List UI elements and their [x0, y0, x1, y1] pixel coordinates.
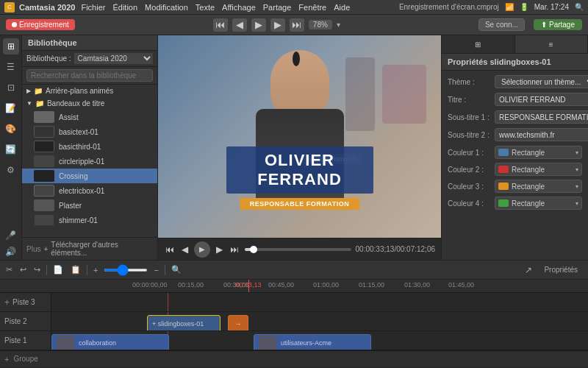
- menu-edition[interactable]: Édition: [112, 3, 137, 12]
- color1-swatch: [498, 149, 509, 156]
- track-clip-slidingboxes[interactable]: + slidingboxes-01: [147, 315, 220, 330]
- tab-properties-icon[interactable]: ⊞: [442, 35, 515, 53]
- clip-label-arrow: →: [235, 320, 242, 328]
- forward-button[interactable]: ▶: [270, 18, 285, 32]
- undo-button[interactable]: ↩: [18, 265, 28, 275]
- item-thumb: [34, 185, 54, 197]
- timecode-display: 00:00:33;13/00:07:12;06: [356, 245, 435, 253]
- record-button[interactable]: Enregistrement: [6, 19, 75, 30]
- sidebar-library-icon[interactable]: ⊞: [3, 38, 19, 54]
- color1-label: Couleur 1 :: [448, 149, 492, 157]
- sidebar-speaker-icon[interactable]: 🔊: [3, 244, 19, 260]
- zoom-slider[interactable]: [104, 269, 148, 272]
- color2-container[interactable]: Rectangle ▾: [495, 163, 582, 176]
- menu-texte[interactable]: Texte: [196, 3, 215, 12]
- list-item[interactable]: circleripple-01: [22, 154, 157, 169]
- chevron-right-icon: ▶: [26, 88, 31, 94]
- redo-button[interactable]: ↪: [32, 265, 42, 275]
- play-button[interactable]: ▶: [251, 18, 266, 32]
- color1-container[interactable]: Rectangle ▾: [495, 146, 582, 159]
- subtitle1-input[interactable]: [495, 110, 588, 124]
- sidebar-icon-3[interactable]: ⊡: [3, 79, 19, 96]
- tab-properties-icon-2[interactable]: ≡: [515, 35, 589, 53]
- track-content-1[interactable]: collaboration utilisateurs-Acme: [51, 331, 588, 350]
- track-content-2[interactable]: + slidingboxes-01 →: [51, 312, 588, 330]
- subtitle1-label: Sous-titre 1 :: [448, 113, 492, 121]
- track-clip-arrow[interactable]: →: [228, 315, 248, 330]
- library-search-input[interactable]: [26, 69, 153, 82]
- list-item[interactable]: basicthird-01: [22, 139, 157, 154]
- prev-frame-button[interactable]: ◀: [180, 244, 190, 255]
- track-clip-collaboration[interactable]: collaboration: [51, 334, 169, 350]
- progress-bar[interactable]: [245, 248, 351, 251]
- list-item[interactable]: shimmer-01: [22, 213, 157, 227]
- sidebar-icon-5[interactable]: 🎨: [3, 121, 19, 137]
- properties-timeline-btn[interactable]: Propriétés: [538, 264, 584, 275]
- zoom-in-button[interactable]: +: [92, 266, 99, 275]
- sidebar-icon-2[interactable]: ☰: [3, 59, 19, 75]
- next-frame-button[interactable]: ▶: [215, 244, 224, 255]
- timecode-total: 00:07:12;06: [396, 245, 435, 253]
- list-item[interactable]: Plaster: [22, 198, 157, 213]
- paste-button[interactable]: 📋: [69, 265, 82, 275]
- menu-fenetre[interactable]: Fenêtre: [298, 3, 326, 12]
- list-item[interactable]: electricbox-01: [22, 183, 157, 198]
- title-input[interactable]: [495, 93, 588, 106]
- share-button[interactable]: ⬆ Partage: [534, 19, 582, 30]
- library-footer[interactable]: Plus + Télécharger d'autres éléments...: [22, 237, 157, 260]
- menu-fichier[interactable]: Fichier: [81, 3, 105, 12]
- color3-container[interactable]: Rectangle ▾: [495, 180, 582, 193]
- color4-label: Couleur 4 :: [448, 199, 492, 208]
- sidebar-icon-4[interactable]: 📝: [3, 100, 19, 116]
- search-icon[interactable]: 🔍: [575, 3, 584, 11]
- properties-section: Thème : Sélectionner un thème... Titre :…: [442, 71, 588, 260]
- skip-forward-button[interactable]: ⏭: [229, 244, 240, 255]
- timecode-current: 00:00:33;13: [356, 245, 395, 253]
- sidebar-icon-6[interactable]: 🔄: [3, 141, 19, 158]
- library-category-backgrounds[interactable]: ▶ 📁 Arrière-plans animés: [22, 85, 157, 97]
- library-category-bandeaux[interactable]: ▼ 📁 Bandeaux de titre: [22, 97, 157, 110]
- menu-modification[interactable]: Modification: [145, 3, 188, 12]
- list-item[interactable]: basictext-01: [22, 124, 157, 139]
- cut-button[interactable]: ✂: [4, 265, 14, 275]
- menu-partage[interactable]: Partage: [263, 3, 292, 12]
- color4-container[interactable]: Rectangle ▾: [495, 197, 582, 210]
- app-icon: C: [4, 2, 15, 13]
- skip-back-button[interactable]: ⏮: [164, 244, 176, 255]
- export-button[interactable]: ↗: [523, 265, 534, 275]
- zoom-badge: 78%: [309, 20, 332, 29]
- track-content-3[interactable]: [51, 293, 588, 311]
- clip-label-utilisateurs: utilisateurs-Acme: [281, 339, 331, 347]
- add-group-button[interactable]: +: [4, 355, 9, 364]
- zoom-out-button[interactable]: −: [152, 266, 159, 275]
- main-area: ⊞ ☰ ⊡ 📝 🎨 🔄 ⚙ 🎤 🔊 Bibliothèque Bibliothè…: [0, 35, 588, 260]
- subtitle2-input[interactable]: [495, 128, 588, 141]
- sidebar-icon-7[interactable]: ⚙: [3, 162, 19, 178]
- timeline-toolbar: ✂ ↩ ↪ 📄 📋 + − 🔍 ↗ Propriétés: [0, 261, 588, 280]
- prop-tab-icon-2: ≡: [549, 40, 553, 49]
- sidebar-mic-icon[interactable]: 🎤: [3, 227, 19, 244]
- item-thumb: [34, 199, 54, 211]
- rewind-button[interactable]: ◀: [232, 18, 247, 32]
- group-label: Groupe: [13, 355, 37, 363]
- menu-items[interactable]: Fichier Édition Modification Texte Affic…: [81, 3, 350, 12]
- item-thumb: [34, 214, 54, 226]
- timeline-area: ✂ ↩ ↪ 📄 📋 + − 🔍 ↗ Propriétés 00:00:00,00…: [0, 260, 588, 367]
- track-clip-utilisateurs[interactable]: utilisateurs-Acme: [254, 334, 371, 350]
- prev-button[interactable]: ⏮: [213, 18, 228, 32]
- next-button[interactable]: ⏭: [290, 18, 304, 32]
- menu-aide[interactable]: Aide: [334, 3, 350, 12]
- connect-button[interactable]: Se conn...: [478, 18, 525, 31]
- library-source: Bibliothèque : Camtasia 2020: [22, 51, 157, 67]
- list-item[interactable]: Assist: [22, 110, 157, 124]
- library-source-select[interactable]: Camtasia 2020: [74, 53, 153, 64]
- track-add-button-3[interactable]: +: [4, 297, 10, 308]
- play-pause-button[interactable]: ▶: [194, 241, 210, 258]
- menu-affichage[interactable]: Affichage: [222, 3, 256, 12]
- item-label: basicthird-01: [59, 143, 101, 151]
- theme-select[interactable]: Sélectionner un thème...: [495, 75, 588, 88]
- copy-button[interactable]: 📄: [51, 265, 65, 275]
- list-item-selected[interactable]: Crossing: [22, 169, 157, 183]
- magnet-button[interactable]: 🔍: [170, 265, 183, 275]
- preview-controls: ⏮ ◀ ▶ ▶ ⏭ 00:00:33;13/00:07:12;06: [158, 238, 441, 260]
